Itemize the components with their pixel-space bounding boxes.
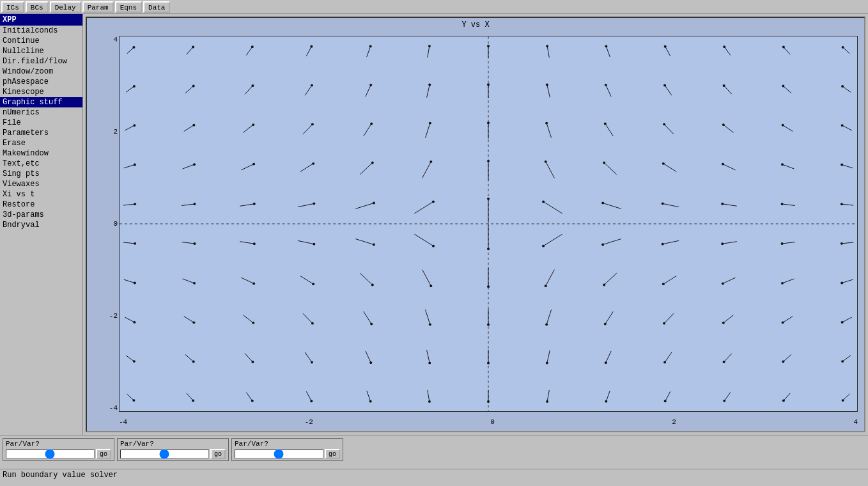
sidebar-item-kinescope[interactable]: Kinescope (0, 87, 82, 97)
sidebar-item-windowzoom[interactable]: Window/zoom (0, 67, 82, 77)
svg-point-151 (542, 200, 545, 203)
svg-line-258 (842, 356, 851, 361)
svg-line-94 (360, 273, 372, 285)
sidebar-item-bndryval[interactable]: Bndryval (0, 220, 82, 230)
svg-point-111 (432, 200, 435, 203)
svg-line-86 (364, 123, 371, 136)
svg-point-213 (721, 242, 724, 245)
y-label-4: 4 (113, 36, 118, 43)
sidebar-item-makewindow[interactable]: Makewindow (0, 148, 82, 159)
svg-point-173 (601, 244, 604, 246)
sidebar-item-parameters[interactable]: Parameters (0, 128, 82, 138)
svg-line-70 (298, 203, 314, 207)
toolbar-btn-data[interactable]: Data (143, 1, 170, 13)
svg-line-60 (246, 393, 252, 401)
svg-line-62 (306, 47, 311, 56)
svg-point-51 (253, 203, 256, 205)
svg-line-190 (663, 203, 679, 207)
sidebar-item-initialconds[interactable]: Initialconds (0, 26, 82, 36)
svg-point-233 (781, 242, 784, 245)
svg-point-241 (782, 400, 785, 402)
sidebar-item-xivst[interactable]: Xi vs t (0, 189, 82, 200)
sidebar-item-file[interactable]: File (0, 118, 82, 128)
svg-point-49 (252, 163, 255, 166)
slider-input-2[interactable] (120, 450, 209, 459)
sidebar-item-3dparams[interactable]: 3d-params (0, 210, 82, 220)
svg-point-63 (310, 45, 313, 48)
svg-point-259 (841, 360, 844, 363)
svg-point-7 (133, 124, 136, 127)
svg-point-129 (487, 160, 490, 162)
svg-line-78 (305, 352, 312, 363)
svg-point-123 (487, 45, 490, 47)
sidebar-item-singpts[interactable]: Sing pts (0, 169, 82, 179)
svg-point-199 (663, 361, 666, 364)
sidebar-item-graphicstuff[interactable]: Graphic stuff (0, 97, 82, 107)
svg-line-112 (414, 234, 433, 246)
svg-line-106 (425, 123, 430, 138)
svg-line-16 (125, 317, 134, 322)
sidebar-item-textetc[interactable]: Text,etc (0, 159, 82, 169)
svg-line-64 (305, 85, 312, 95)
sidebar-item-numerics[interactable]: nUmerics (0, 107, 82, 118)
svg-point-153 (542, 245, 545, 247)
svg-point-179 (605, 361, 607, 364)
svg-line-148 (546, 162, 555, 178)
toolbar-btn-delay[interactable]: Delay (50, 1, 81, 13)
slider-group-3: Par/Var? go (231, 438, 343, 461)
svg-point-103 (428, 45, 431, 47)
toolbar-btn-eqns[interactable]: Eqns (115, 1, 142, 13)
svg-line-216 (724, 315, 734, 323)
svg-line-178 (606, 351, 611, 363)
svg-line-156 (546, 310, 551, 324)
svg-line-26 (184, 125, 194, 132)
sidebar-item-nullcline[interactable]: Nullcline (0, 46, 82, 56)
svg-point-37 (192, 321, 195, 324)
slider-input-3[interactable] (235, 450, 323, 459)
svg-point-183 (664, 45, 667, 48)
sidebar-item-erase[interactable]: Erase (0, 138, 82, 148)
svg-line-54 (241, 278, 254, 283)
svg-point-209 (722, 163, 724, 166)
svg-line-144 (547, 84, 550, 97)
svg-point-149 (545, 161, 547, 163)
svg-point-177 (604, 323, 607, 325)
svg-point-33 (193, 242, 196, 245)
svg-line-8 (124, 165, 135, 168)
sidebar-item-dirfieldflow[interactable]: Dir.field/flow (0, 56, 82, 67)
svg-point-53 (253, 242, 256, 245)
svg-point-19 (133, 360, 136, 363)
slider-go-btn-1[interactable]: go (96, 449, 111, 459)
svg-line-198 (665, 352, 672, 363)
svg-line-168 (604, 163, 616, 175)
svg-line-74 (300, 276, 313, 284)
svg-point-109 (430, 161, 432, 163)
svg-point-229 (781, 163, 784, 166)
slider-go-btn-2[interactable]: go (210, 449, 226, 459)
toolbar-btn-bcs[interactable]: BCs (26, 1, 49, 13)
svg-point-255 (841, 282, 843, 285)
svg-line-118 (427, 350, 430, 363)
slider-go-btn-3[interactable]: go (325, 449, 340, 459)
svg-line-58 (245, 354, 252, 362)
svg-line-114 (422, 270, 431, 286)
toolbar-btn-ics[interactable]: ICs (1, 1, 24, 13)
toolbar-btn-param[interactable]: Param (82, 1, 114, 13)
slider-input-1[interactable] (6, 450, 95, 459)
svg-point-217 (722, 322, 725, 324)
svg-point-69 (312, 162, 314, 165)
svg-line-2 (127, 47, 134, 54)
svg-point-251 (841, 203, 843, 205)
svg-line-254 (842, 279, 853, 283)
sidebar-item-continue[interactable]: Continue (0, 36, 82, 46)
plot-inner (119, 36, 858, 412)
sidebar-item-viewaxes[interactable]: Viewaxes (0, 179, 82, 189)
svg-line-34 (183, 279, 194, 283)
svg-point-85 (369, 84, 372, 86)
toolbar: ICs BCs Delay Param Eqns Data (0, 0, 868, 14)
sidebar-item-restore[interactable]: Restore (0, 200, 82, 210)
svg-line-46 (244, 125, 254, 132)
svg-point-203 (723, 45, 725, 48)
svg-line-116 (425, 310, 430, 324)
sidebar-item-phasespace[interactable]: phAsespace (0, 77, 82, 87)
